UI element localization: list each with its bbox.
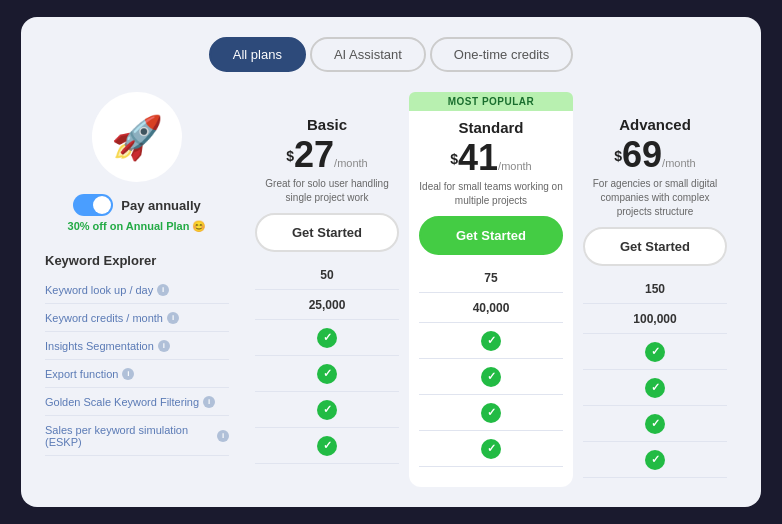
plan-tabs: All plans AI Assistant One-time credits: [45, 37, 737, 72]
plan-value-cell: 100,000: [583, 304, 727, 334]
plan-check-cell: ✓: [419, 431, 563, 467]
plan-values: 5025,000✓✓✓✓: [255, 260, 399, 464]
plan-value-cell: 25,000: [255, 290, 399, 320]
check-icon: ✓: [317, 364, 337, 384]
price-amount: 69: [622, 134, 662, 175]
feature-label: Export functioni: [45, 360, 229, 388]
price-period: /month: [334, 157, 368, 169]
plan-desc: For agencies or small digital companies …: [583, 177, 727, 219]
plan-value-cell: 50: [255, 260, 399, 290]
plan-values: 150100,000✓✓✓✓: [583, 274, 727, 478]
price-dollar: $: [286, 148, 294, 164]
plan-desc: Great for solo user handling single proj…: [255, 177, 399, 205]
plan-check-cell: ✓: [419, 323, 563, 359]
info-icon: i: [157, 284, 169, 296]
plan-check-cell: ✓: [583, 370, 727, 406]
plan-value-cell: 75: [419, 263, 563, 293]
features-section: Keyword Explorer Keyword look up / dayiK…: [45, 253, 229, 456]
get-started-button[interactable]: Get Started: [255, 213, 399, 252]
main-content: 🚀 Pay annually 30% off on Annual Plan 😊 …: [45, 92, 737, 487]
toggle-label: Pay annually: [121, 198, 200, 213]
features-title: Keyword Explorer: [45, 253, 229, 268]
pricing-card: All plans AI Assistant One-time credits …: [21, 17, 761, 507]
tab-all-plans[interactable]: All plans: [209, 37, 306, 72]
check-icon: ✓: [481, 367, 501, 387]
get-started-button[interactable]: Get Started: [419, 216, 563, 255]
annual-toggle-row: Pay annually: [73, 194, 200, 216]
check-icon: ✓: [481, 403, 501, 423]
plan-check-cell: ✓: [419, 359, 563, 395]
plan-price: $69/month: [583, 137, 727, 173]
plan-values: 7540,000✓✓✓✓: [419, 263, 563, 467]
check-icon: ✓: [317, 436, 337, 456]
plan-col-standard: MOST POPULAR Standard $41/month Ideal fo…: [409, 92, 573, 487]
feature-label: Keyword credits / monthi: [45, 304, 229, 332]
check-icon: ✓: [317, 328, 337, 348]
feature-label: Insights Segmentationi: [45, 332, 229, 360]
price-amount: 27: [294, 134, 334, 175]
info-icon: i: [158, 340, 170, 352]
plan-check-cell: ✓: [255, 392, 399, 428]
info-icon: i: [167, 312, 179, 324]
toggle-knob: [93, 196, 111, 214]
get-started-button[interactable]: Get Started: [583, 227, 727, 266]
plan-check-cell: ✓: [583, 406, 727, 442]
plans-grid: Basic $27/month Great for solo user hand…: [245, 92, 737, 487]
plan-value-cell: 40,000: [419, 293, 563, 323]
plan-check-cell: ✓: [583, 334, 727, 370]
check-icon: ✓: [481, 331, 501, 351]
plan-desc: Ideal for small teams working on multipl…: [419, 180, 563, 208]
feature-label: Sales per keyword simulation (ESKP)i: [45, 416, 229, 456]
discount-text: 30% off on Annual Plan 😊: [68, 220, 207, 233]
check-icon: ✓: [645, 378, 665, 398]
plan-name: Standard: [419, 119, 563, 136]
check-icon: ✓: [645, 342, 665, 362]
check-icon: ✓: [317, 400, 337, 420]
plan-check-cell: ✓: [419, 395, 563, 431]
plan-check-cell: ✓: [583, 442, 727, 478]
feature-label: Keyword look up / dayi: [45, 276, 229, 304]
price-period: /month: [662, 157, 696, 169]
plan-check-cell: ✓: [255, 356, 399, 392]
info-icon: i: [203, 396, 215, 408]
left-panel: 🚀 Pay annually 30% off on Annual Plan 😊 …: [45, 92, 245, 487]
plan-value-cell: 150: [583, 274, 727, 304]
most-popular-badge: MOST POPULAR: [409, 92, 573, 111]
plan-col-advanced: Advanced $69/month For agencies or small…: [573, 92, 737, 487]
price-period: /month: [498, 160, 532, 172]
annual-toggle[interactable]: [73, 194, 113, 216]
feature-label: Golden Scale Keyword Filteringi: [45, 388, 229, 416]
feature-labels-list: Keyword look up / dayiKeyword credits / …: [45, 276, 229, 456]
price-dollar: $: [614, 148, 622, 164]
plan-check-cell: ✓: [255, 428, 399, 464]
price-amount: 41: [458, 137, 498, 178]
info-icon: i: [122, 368, 134, 380]
info-icon: i: [217, 430, 229, 442]
tab-ai-assistant[interactable]: AI Assistant: [310, 37, 426, 72]
plan-price: $27/month: [255, 137, 399, 173]
check-icon: ✓: [645, 414, 665, 434]
plan-name: Basic: [255, 116, 399, 133]
check-icon: ✓: [481, 439, 501, 459]
price-dollar: $: [450, 151, 458, 167]
plan-price: $41/month: [419, 140, 563, 176]
plan-name: Advanced: [583, 116, 727, 133]
check-icon: ✓: [645, 450, 665, 470]
rocket-illustration: 🚀: [92, 92, 182, 182]
plan-col-basic: Basic $27/month Great for solo user hand…: [245, 92, 409, 487]
tab-one-time[interactable]: One-time credits: [430, 37, 573, 72]
plan-check-cell: ✓: [255, 320, 399, 356]
